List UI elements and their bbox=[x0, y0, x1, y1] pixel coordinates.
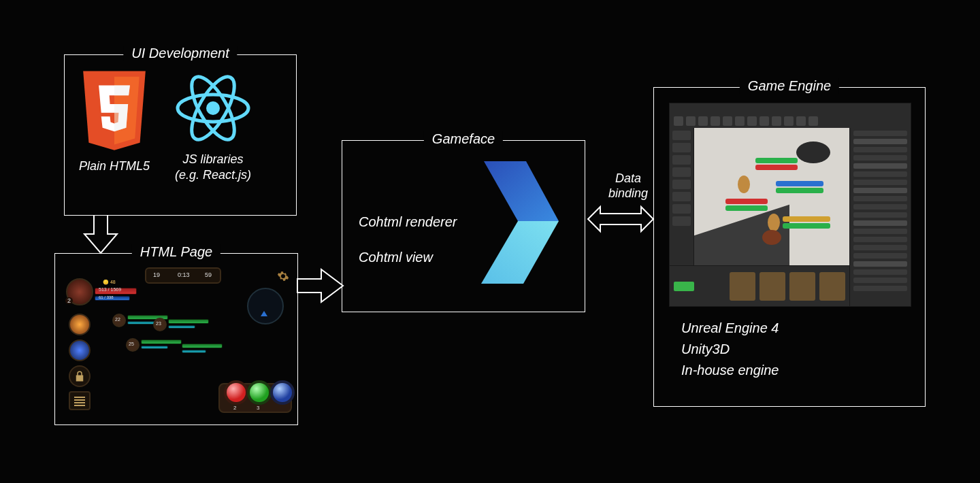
react-caption: JS libraries (e.g. React.js) bbox=[175, 152, 251, 184]
arrow-html-to-gameface-icon bbox=[297, 265, 346, 306]
ui-development-title: UI Development bbox=[123, 46, 237, 61]
editor-content-browser bbox=[670, 265, 849, 306]
hud-potion-red bbox=[224, 380, 248, 405]
gameface-box: Gameface Cohtml renderer Cohtml view bbox=[342, 140, 585, 312]
svg-point-5 bbox=[206, 101, 220, 115]
react-caption-line1: JS libraries bbox=[182, 152, 243, 166]
game-engine-box: Game Engine bbox=[653, 87, 926, 407]
hud-coins: 🪙 48 bbox=[103, 280, 116, 285]
data-binding-label: Data binding bbox=[602, 171, 655, 201]
html-page-title: HTML Page bbox=[132, 244, 220, 260]
hud-potion-green bbox=[247, 380, 272, 405]
gear-icon bbox=[277, 270, 289, 282]
react-logo-icon bbox=[172, 67, 254, 149]
game-editor-screenshot bbox=[669, 103, 911, 307]
html5-caption: Plain HTML5 bbox=[79, 159, 150, 174]
arrow-data-binding-icon bbox=[587, 204, 655, 234]
hud-minimap bbox=[247, 288, 284, 324]
hud-unit3-level: 25 bbox=[129, 342, 134, 346]
svg-marker-6 bbox=[484, 161, 559, 221]
game-engine-list: Unreal Engine 4 Unity3D In-house engine bbox=[681, 318, 779, 381]
hud-hp-text: 513 / 1569 bbox=[99, 287, 121, 292]
hud-potion1-count: 2 bbox=[233, 405, 236, 411]
editor-toolbar bbox=[670, 114, 911, 128]
ui-development-box: UI Development Plain HTML5 J bbox=[64, 54, 297, 216]
viewport-blob-1 bbox=[796, 141, 830, 163]
game-engine-title: Game Engine bbox=[740, 78, 839, 94]
hud-potion2-count: 3 bbox=[257, 405, 259, 411]
engine-item-inhouse: In-house engine bbox=[681, 360, 779, 381]
game-hud-mock: 19 0:13 59 2 🪙 48 513 / 1569 61 / 338 22 bbox=[65, 263, 288, 415]
gameface-line-renderer: Cohtml renderer bbox=[359, 214, 457, 230]
gameface-chevron-icon bbox=[477, 154, 566, 290]
hud-ability-1 bbox=[69, 314, 91, 335]
play-icon bbox=[261, 311, 267, 316]
hud-level-badge: 2 bbox=[65, 297, 73, 304]
hud-score-left: 19 bbox=[153, 271, 160, 278]
hud-unit4-hp bbox=[182, 344, 223, 348]
hud-unit1-level: 22 bbox=[115, 317, 120, 322]
hud-unit3-hp bbox=[141, 339, 182, 344]
svg-marker-7 bbox=[481, 221, 559, 284]
hud-unit3-mp bbox=[141, 346, 168, 349]
html5-column: Plain HTML5 bbox=[77, 67, 152, 174]
react-caption-line2: (e.g. React.js) bbox=[175, 168, 251, 182]
hud-unit4-mp bbox=[182, 350, 206, 353]
data-binding-label-line2: binding bbox=[608, 186, 648, 200]
hud-unit2-mp bbox=[168, 325, 195, 329]
gameface-title: Gameface bbox=[424, 131, 503, 147]
hud-score-right: 59 bbox=[205, 271, 212, 278]
editor-add-button bbox=[674, 282, 694, 291]
html5-logo-icon bbox=[77, 67, 152, 156]
viewport-character-1 bbox=[738, 176, 750, 193]
editor-right-pane bbox=[849, 128, 911, 306]
editor-menubar bbox=[670, 103, 911, 114]
viewport-character-2 bbox=[768, 214, 780, 231]
engine-item-unity: Unity3D bbox=[681, 339, 779, 360]
react-column: JS libraries (e.g. React.js) bbox=[172, 67, 254, 184]
hud-unit2-level: 23 bbox=[156, 321, 161, 326]
data-binding-label-line1: Data bbox=[615, 171, 641, 185]
viewport-character-3 bbox=[762, 230, 781, 245]
hud-armor-text: 61 / 338 bbox=[99, 295, 114, 299]
hud-timer: 0:13 bbox=[178, 271, 190, 278]
hud-inventory-icon bbox=[69, 391, 91, 410]
hud-potion-blue bbox=[270, 380, 295, 405]
lock-icon bbox=[74, 369, 86, 384]
html-page-box: HTML Page 19 0:13 59 2 🪙 48 513 / 1569 6… bbox=[54, 253, 298, 425]
hud-unit2-hp bbox=[168, 319, 209, 324]
gameface-line-view: Cohtml view bbox=[359, 250, 433, 265]
hud-ability-2 bbox=[69, 339, 91, 361]
engine-item-unreal: Unreal Engine 4 bbox=[681, 318, 779, 339]
arrow-ui-to-html-icon bbox=[80, 215, 121, 256]
